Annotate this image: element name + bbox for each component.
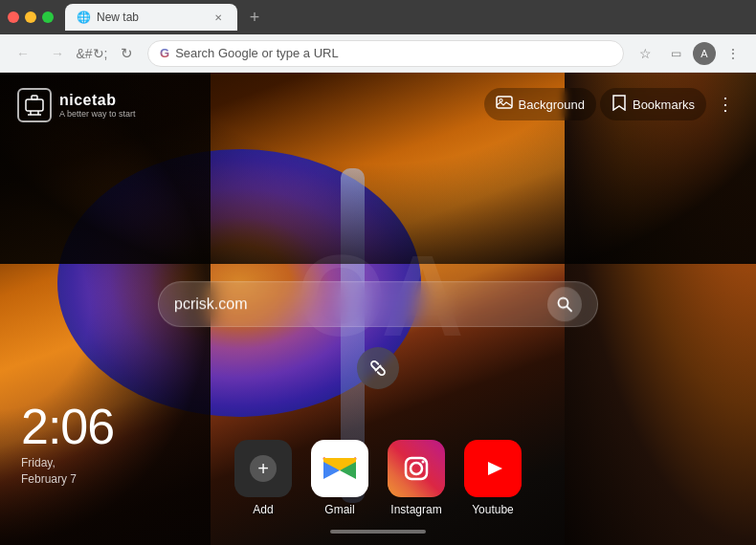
more-options-button[interactable]: ⋮ [710, 89, 741, 120]
svg-point-12 [422, 461, 425, 464]
browser-frame: 🌐 New tab ✕ + ← → &#↻; ↻ G Search Google… [0, 0, 756, 545]
instagram-app-icon [388, 440, 445, 497]
address-actions: ☆ ▭ A ⋮ [632, 40, 746, 67]
menu-button[interactable]: ⋮ [720, 40, 746, 67]
app-grid: + Add Gmail [234, 440, 522, 516]
background-button[interactable]: Background [484, 88, 596, 120]
youtube-app-icon [464, 440, 522, 497]
add-link-button[interactable] [357, 347, 399, 389]
tab-bar: 🌐 New tab ✕ + [65, 0, 748, 34]
logo-tagline: A better way to start [59, 109, 136, 119]
app-item-instagram[interactable]: Instagram [388, 440, 445, 516]
maximize-button[interactable] [42, 11, 54, 23]
refresh-button[interactable]: &#↻; [78, 40, 105, 67]
url-text: Search Google or type a URL [175, 46, 611, 60]
background-icon [496, 94, 513, 115]
logo-text: nicetab A better way to start [59, 92, 136, 119]
scroll-indicator [330, 530, 426, 534]
logo[interactable]: nicetab A better way to start [17, 88, 136, 122]
search-bar [158, 281, 598, 327]
tab-favicon-icon: 🌐 [77, 11, 91, 24]
svg-point-11 [411, 463, 422, 474]
google-icon: G [160, 46, 169, 60]
time-date: Friday, February 7 [21, 455, 114, 488]
app-item-gmail[interactable]: Gmail [311, 440, 368, 516]
profile-button[interactable]: A [693, 42, 716, 65]
title-bar: 🌐 New tab ✕ + [0, 0, 756, 34]
search-submit-button[interactable] [547, 287, 582, 321]
url-bar[interactable]: G Search Google or type a URL [147, 40, 624, 67]
app-item-add[interactable]: + Add [234, 440, 292, 516]
refresh-button-icon[interactable]: ↻ [113, 40, 140, 67]
active-tab[interactable]: 🌐 New tab ✕ [65, 4, 237, 31]
bookmarks-label: Bookmarks [633, 98, 695, 112]
traffic-lights [8, 11, 54, 23]
search-container [158, 281, 598, 327]
back-button[interactable]: ← [10, 40, 36, 67]
top-actions: Background Bookmarks ⋮ [484, 88, 741, 120]
time-full-date: February 7 [21, 472, 77, 486]
svg-line-9 [376, 365, 381, 370]
app-item-youtube[interactable]: Youtube [464, 440, 522, 516]
youtube-app-label: Youtube [472, 503, 514, 516]
svg-rect-5 [497, 97, 512, 108]
svg-line-8 [567, 307, 572, 312]
add-circle-icon: + [250, 455, 277, 482]
minimize-button[interactable] [25, 11, 36, 23]
new-tab-button[interactable]: + [241, 4, 268, 31]
background-label: Background [519, 98, 585, 112]
tab-title: New tab [97, 11, 205, 24]
svg-point-6 [500, 99, 502, 102]
time-display: 2:06 Friday, February 7 [21, 402, 114, 488]
tab-close-button[interactable]: ✕ [211, 10, 226, 25]
address-bar: ← → &#↻; ↻ G Search Google or type a URL… [0, 34, 756, 73]
search-input[interactable] [174, 295, 547, 313]
svg-rect-0 [26, 99, 43, 111]
bookmark-icon [611, 94, 627, 115]
add-app-icon: + [234, 440, 292, 497]
cast-button[interactable]: ▭ [662, 40, 689, 67]
time-day: Friday, [21, 456, 56, 469]
svg-rect-1 [32, 96, 37, 99]
bookmarks-button[interactable]: Bookmarks [600, 88, 706, 120]
time-clock: 2:06 [21, 402, 114, 451]
forward-button[interactable]: → [44, 40, 71, 67]
bookmark-star-button[interactable]: ☆ [632, 40, 658, 67]
add-app-label: Add [253, 503, 273, 516]
gmail-app-label: Gmail [324, 503, 354, 516]
logo-name: nicetab [59, 92, 136, 109]
instagram-app-label: Instagram [390, 503, 441, 516]
logo-icon [17, 88, 52, 122]
gmail-app-icon [311, 440, 368, 497]
close-button[interactable] [8, 11, 19, 23]
new-tab-page: OA nicetab A better way to start [0, 73, 756, 545]
